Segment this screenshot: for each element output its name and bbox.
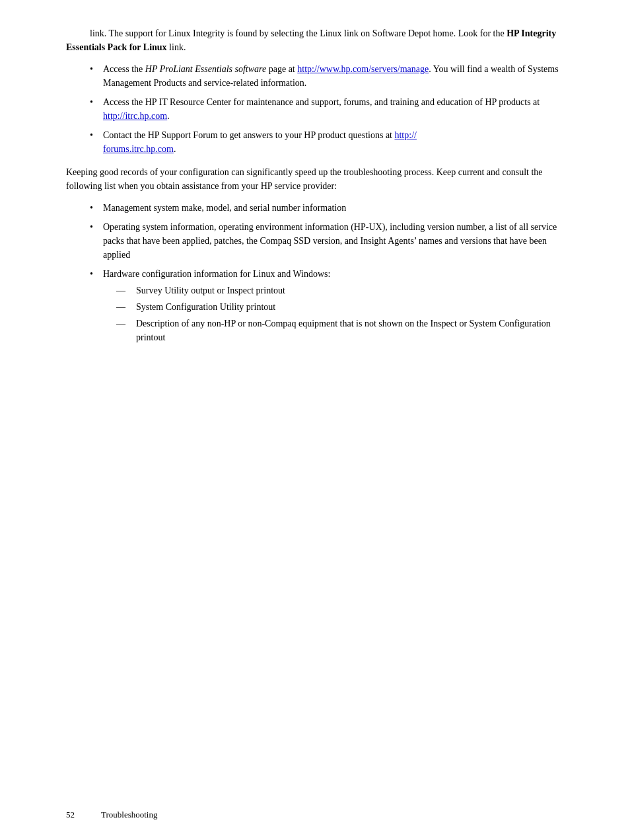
itrc-url-link[interactable]: http://itrc.hp.com [103, 111, 167, 121]
page-container: link. The support for Linux Integrity is… [0, 0, 630, 840]
bullet-text-before: Access the [103, 64, 145, 74]
bullet-text-middle: page at [266, 64, 297, 74]
bullet-text-forum: Contact the HP Support Forum to get answ… [103, 130, 394, 140]
bullet-text-end-3: . [174, 144, 176, 154]
list-item-proliant: Access the HP ProLiant Essentials softwa… [90, 62, 564, 90]
intro-text-before: link. The support for Linux Integrity is… [90, 28, 507, 38]
intro-paragraph: link. The support for Linux Integrity is… [66, 26, 564, 54]
bullet-text-end-2: . [167, 111, 170, 121]
list-item-os: Operating system information, operating … [90, 220, 564, 262]
list-item-itrc: Access the HP IT Resource Center for mai… [90, 95, 564, 123]
hardware-text: Hardware configuration information for L… [103, 269, 330, 279]
intro-text-end: link. [167, 42, 186, 52]
management-text: Management system make, model, and seria… [103, 203, 346, 213]
bullet-list-links: Access the HP ProLiant Essentials softwa… [90, 62, 564, 156]
sub-list-item-survey: Survey Utility output or Inspect printou… [116, 284, 564, 297]
bullet-text-itrc: Access the HP IT Resource Center for mai… [103, 97, 540, 107]
description-text: Description of any non-HP or non-Compaq … [136, 319, 551, 342]
survey-text: Survey Utility output or Inspect printou… [136, 286, 285, 295]
main-bullet-list: Management system make, model, and seria… [90, 201, 564, 344]
proliant-url-link[interactable]: http://www.hp.com/servers/manage [297, 64, 429, 74]
sysconfg-text: System Configuration Utility printout [136, 302, 275, 312]
sub-list-item-sysconfg: System Configuration Utility printout [116, 300, 564, 314]
list-item-management: Management system make, model, and seria… [90, 201, 564, 215]
os-text: Operating system information, operating … [103, 222, 557, 260]
list-item-hardware: Hardware configuration information for L… [90, 267, 564, 344]
sub-list-hardware: Survey Utility output or Inspect printou… [116, 284, 564, 344]
list-item-forum: Contact the HP Support Forum to get answ… [90, 128, 564, 156]
page-footer: 52 Troubleshooting [66, 810, 564, 820]
body-paragraph: Keeping good records of your configurati… [66, 165, 564, 193]
footer-section-label: Troubleshooting [101, 810, 157, 820]
sub-list-item-description: Description of any non-HP or non-Compaq … [116, 317, 564, 344]
hp-proliant-link-text: HP ProLiant Essentials software [145, 64, 266, 74]
page-number: 52 [66, 810, 75, 820]
